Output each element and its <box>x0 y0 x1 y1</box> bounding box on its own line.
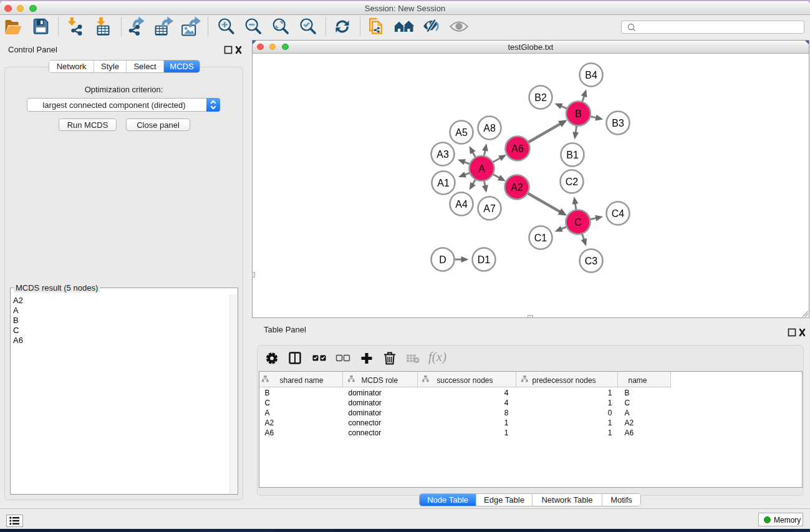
svg-text:A4: A4 <box>455 199 468 210</box>
svg-text:A3: A3 <box>436 149 449 160</box>
svg-text:C3: C3 <box>585 256 598 266</box>
svg-text:D: D <box>439 254 446 265</box>
svg-text:D1: D1 <box>478 254 491 265</box>
svg-text:A1: A1 <box>437 178 450 188</box>
svg-text:A6: A6 <box>511 143 524 154</box>
svg-text:A: A <box>478 163 485 174</box>
svg-text:A5: A5 <box>455 127 468 138</box>
svg-text:C2: C2 <box>566 177 579 187</box>
svg-text:A7: A7 <box>483 203 496 214</box>
svg-text:C: C <box>574 217 582 228</box>
svg-text:A2: A2 <box>511 182 523 193</box>
svg-text:C1: C1 <box>534 233 547 243</box>
svg-text:A8: A8 <box>483 123 496 133</box>
svg-text:B2: B2 <box>534 92 547 103</box>
svg-text:B3: B3 <box>612 118 624 128</box>
svg-text:B1: B1 <box>566 150 579 160</box>
svg-text:B: B <box>575 109 582 119</box>
svg-text:B4: B4 <box>585 70 597 80</box>
svg-text:C4: C4 <box>612 208 625 219</box>
